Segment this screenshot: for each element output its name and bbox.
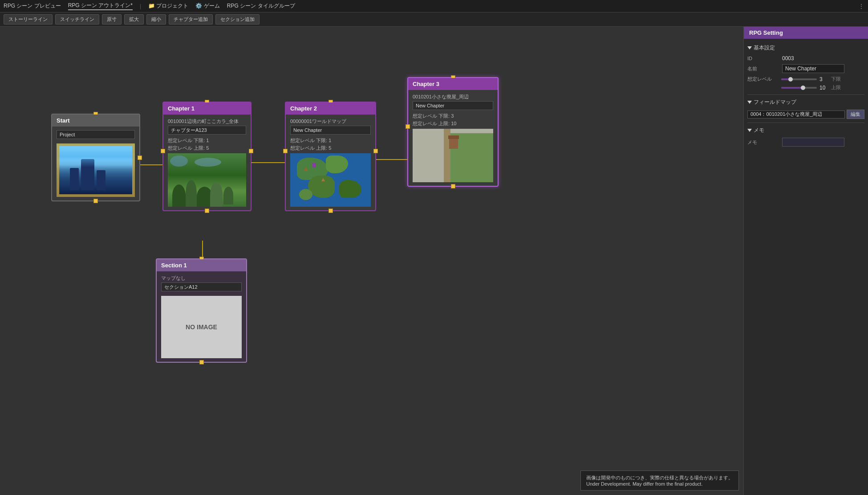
no-image-text: NO IMAGE: [186, 323, 217, 331]
name-label: 名前: [747, 65, 779, 72]
chapter3-title: Chapter 3: [413, 81, 439, 87]
right-panel: RPG Setting 基本設定 ID 0003 名前 想定レベル: [743, 27, 868, 495]
chapter2-image: [290, 153, 371, 207]
divider1: [747, 94, 864, 95]
chapter2-header: Chapter 2: [286, 102, 375, 115]
divider2: [747, 123, 864, 123]
menu-preview[interactable]: RPG シーン プレビュー: [4, 2, 61, 10]
chapter2-world-image: [290, 153, 371, 207]
section1-image: NO IMAGE: [161, 296, 242, 358]
chapter2-level-min: 想定レベル 下限: 1: [290, 137, 371, 144]
toolbar: ストーリーライン スイッチライン 原寸 拡大 縮小 チャプター追加 セクション追…: [0, 12, 868, 27]
chapter1-bottom-connector[interactable]: [205, 209, 209, 213]
chapter3-field1: 0010201小さな廃屋_周辺: [413, 94, 493, 100]
add-section-button[interactable]: セクション追加: [215, 14, 260, 25]
chapter1-field2-input[interactable]: [168, 126, 246, 135]
memo-row: メモ: [747, 138, 864, 147]
section1-body: マップなし NO IMAGE: [157, 271, 246, 362]
chapter2-right-connector[interactable]: [373, 149, 378, 153]
connections-svg: [0, 27, 743, 495]
level-max-fill: [781, 87, 803, 89]
menu-tileset[interactable]: RPG シーン タイルグループ: [227, 2, 295, 10]
chapter3-left-connector[interactable]: [406, 124, 410, 129]
chapter3-level-min: 想定レベル 下限: 3: [413, 113, 493, 119]
basic-settings-triangle: [747, 46, 752, 49]
chapter1-field1: 0010001辺境の町ここカラ_全体: [168, 118, 246, 125]
id-value: 0003: [782, 55, 794, 61]
start-node-bottom-connector[interactable]: [93, 199, 98, 203]
story-line-button[interactable]: ストーリーライン: [4, 14, 53, 25]
field-map-row: 編集: [747, 110, 864, 119]
chapter1-image: [168, 153, 246, 207]
chapter2-bottom-connector[interactable]: [329, 209, 333, 213]
canvas-area[interactable]: Start: [0, 27, 743, 495]
chapter2-left-connector[interactable]: [283, 149, 288, 153]
chapter2-node[interactable]: Chapter 2 00000001ワールドマップ 想定レベル 下限: 1 想定…: [285, 102, 376, 211]
bottom-notice: 画像は開発中のものにつき、実際の仕様と異なる場合があります。 Under Dev…: [580, 470, 739, 491]
start-node-body: [52, 127, 139, 200]
chapter3-node[interactable]: Chapter 3 0010201小さな廃屋_周辺 想定レベル 下限: 3 想定…: [407, 77, 499, 187]
zoom-in-button[interactable]: 拡大: [124, 14, 144, 25]
main-area: Start: [0, 27, 868, 495]
chapter3-level-max: 想定レベル 上限: 10: [413, 120, 493, 127]
start-node-header: Start: [52, 115, 139, 127]
section1-field2-input[interactable]: [161, 282, 242, 291]
chapter2-field2-input[interactable]: [290, 126, 371, 135]
chapter3-header: Chapter 3: [408, 78, 498, 90]
level-min-row: 想定レベル 3 下限: [747, 76, 864, 82]
add-chapter-button[interactable]: チャプター追加: [169, 14, 213, 25]
menu-sep1: |: [140, 3, 141, 9]
menu-game[interactable]: ⚙️ ゲーム: [195, 2, 219, 10]
level-max-track[interactable]: [781, 87, 817, 89]
id-label: ID: [747, 56, 779, 61]
menu-outline[interactable]: RPG シーン アウトライン*: [68, 2, 133, 10]
name-row: 名前: [747, 64, 864, 73]
name-input[interactable]: [782, 64, 844, 73]
section1-bottom-connector[interactable]: [199, 360, 204, 364]
chapter3-image: [413, 129, 493, 182]
chapter2-body: 00000001ワールドマップ 想定レベル 下限: 1 想定レベル 上限: 5: [286, 115, 375, 210]
menu-project[interactable]: 📁 プロジェクト: [148, 2, 188, 10]
menu-bar: RPG シーン プレビュー RPG シーン アウトライン* | 📁 プロジェクト…: [0, 0, 868, 12]
chapter3-bottom-connector[interactable]: [451, 184, 455, 188]
field-map-input[interactable]: [747, 110, 845, 119]
section1-title: Section 1: [161, 262, 187, 269]
section1-node[interactable]: Section 1 マップなし NO IMAGE: [156, 258, 247, 363]
chapter1-node[interactable]: Chapter 1 0010001辺境の町ここカラ_全体 想定レベル 下限: 1…: [162, 102, 251, 211]
start-node-right-connector[interactable]: [138, 155, 142, 160]
chapter1-body: 0010001辺境の町ここカラ_全体 想定レベル 下限: 1 想定レベル 上限:…: [163, 115, 251, 210]
original-size-button[interactable]: 原寸: [102, 14, 122, 25]
level-min-suffix: 下限: [831, 76, 841, 82]
start-node-title: Start: [57, 117, 70, 124]
start-node[interactable]: Start: [51, 114, 140, 201]
switch-line-button[interactable]: スイッチライン: [55, 14, 99, 25]
memo-field-label: メモ: [747, 139, 779, 146]
memo-header: メモ: [747, 127, 864, 134]
chapter3-body: 0010201小さな廃屋_周辺 想定レベル 下限: 3 想定レベル 上限: 10: [408, 90, 498, 186]
right-panel-header: RPG Setting: [744, 27, 868, 39]
level-max-thumb: [801, 86, 805, 90]
chapter2-field1: 00000001ワールドマップ: [290, 118, 371, 125]
field-map-edit-button[interactable]: 編集: [847, 110, 864, 119]
zoom-out-button[interactable]: 縮小: [146, 14, 166, 25]
level-min-value: 3: [819, 76, 828, 82]
start-node-project-input[interactable]: [57, 130, 135, 139]
chapter1-left-connector[interactable]: [161, 149, 165, 153]
chapter3-forest2-image: [413, 129, 493, 182]
castle-image: [57, 143, 135, 197]
level-min-track[interactable]: [781, 78, 817, 80]
chapter1-right-connector[interactable]: [249, 149, 253, 153]
more-menu-icon[interactable]: ⋮: [858, 3, 864, 10]
no-image-placeholder: NO IMAGE: [161, 296, 242, 358]
memo-triangle: [747, 129, 752, 132]
notice-line1: 画像は開発中のものにつき、実際の仕様と異なる場合があります。: [586, 475, 733, 481]
memo-input[interactable]: [782, 138, 844, 147]
chapter1-header: Chapter 1: [163, 102, 251, 115]
level-max-row: 10 上限: [747, 84, 864, 91]
field-map-label: フィールドマップ: [754, 98, 796, 106]
chapter1-title: Chapter 1: [168, 105, 195, 112]
level-min-thumb: [788, 77, 793, 82]
notice-line2: Under Development. May differ from the f…: [586, 481, 733, 487]
level-max-suffix: 上限: [831, 84, 841, 91]
chapter3-field2-input[interactable]: [413, 101, 493, 110]
